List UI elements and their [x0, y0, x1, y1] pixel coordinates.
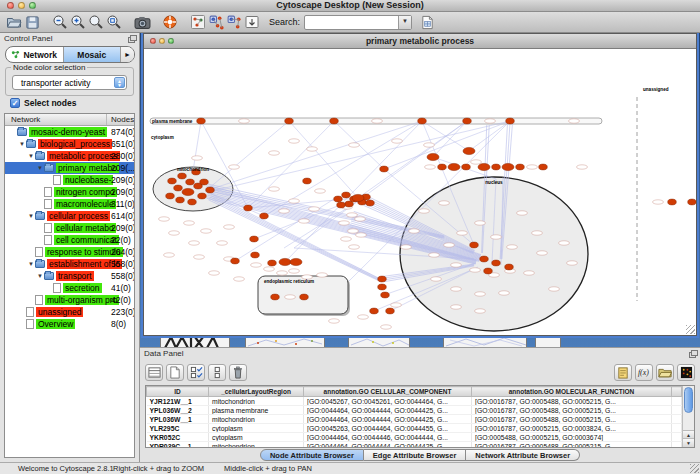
table-column-header[interactable]: ID [147, 387, 209, 397]
status-welcome: Welcome to Cytoscape 2.8.1 [18, 464, 114, 473]
folder-icon [35, 212, 45, 220]
window-resize-grip-icon[interactable] [690, 464, 699, 473]
tree-item-count: 651(0) [111, 139, 134, 149]
delete-attribute-icon[interactable] [229, 364, 247, 381]
window-titlebar: Cytoscape Desktop (New Session) [0, 0, 700, 12]
table-scrollbar[interactable]: ▲ ▼ [682, 386, 694, 447]
import-attributes-icon[interactable] [656, 364, 674, 381]
svg-text:plasma membrane: plasma membrane [152, 119, 193, 124]
search-label: Search: [269, 17, 300, 27]
new-attribute-icon[interactable] [166, 364, 184, 381]
tree-item[interactable]: ▼primary metabo209(... [5, 162, 134, 174]
tree-item[interactable]: ▼transport558(0) [5, 270, 134, 282]
formula-builder-icon[interactable]: f(x) [635, 364, 653, 381]
unselect-all-attributes-icon[interactable] [208, 364, 226, 381]
table-column-header[interactable]: annotation.GO MOLECULAR_FUNCTION [472, 387, 672, 397]
network-tree-rows: mosaic-demo-yeast874(0)▼biological_proce… [5, 126, 134, 330]
table-row[interactable]: YPL036W__2plasma membrane[GO:0044464, GO… [147, 406, 682, 415]
attribute-table[interactable]: ID_cellularLayoutRegionannotation.GO CEL… [146, 386, 682, 448]
folder-icon [44, 164, 54, 172]
attribute-browser-tabs: Node Attribute Browser Edge Attribute Br… [140, 449, 700, 461]
tree-item-label: nitrogen compo [54, 187, 117, 197]
scrollbar-thumb[interactable] [684, 387, 693, 413]
select-attributes-icon[interactable] [145, 364, 163, 381]
tree-item[interactable]: nucleobase-209(0) [5, 174, 134, 186]
tree-item-label: cellular process [47, 211, 110, 221]
tree-item[interactable]: unassigned223(0) [5, 306, 134, 318]
tab-overflow-arrow-icon[interactable]: ► [120, 47, 134, 62]
frame-close-button[interactable] [150, 38, 156, 44]
zoom-fit-icon[interactable] [105, 13, 123, 31]
network-graph[interactable]: plasma membranecytoplasmmitochondrionnuc… [144, 49, 696, 335]
tab-network-attribute-browser[interactable]: Network Attribute Browser [466, 449, 580, 461]
open-file-icon[interactable] [5, 13, 23, 31]
tree-item[interactable]: ▼metabolic process280(0) [5, 150, 134, 162]
network-canvas[interactable]: plasma membranecytoplasmmitochondrionnuc… [144, 49, 696, 335]
network-tree: Network Nodes mosaic-demo-yeast874(0)▼bi… [4, 113, 135, 458]
search-config-icon[interactable] [418, 13, 436, 31]
tree-item[interactable]: secretion41(0) [5, 282, 134, 294]
manual-layout-icon[interactable] [243, 13, 261, 31]
tree-item[interactable]: ▼establishment of lo558(0) [5, 258, 134, 270]
select-all-attributes-icon[interactable] [187, 364, 205, 381]
zoom-window-button[interactable] [29, 2, 36, 9]
tree-item[interactable]: mosaic-demo-yeast874(0) [5, 126, 134, 138]
help-icon[interactable] [161, 13, 179, 31]
matrix-icon[interactable] [677, 364, 695, 381]
tree-item[interactable]: response to stimulu264(0) [5, 246, 134, 258]
zoom-out-icon[interactable] [51, 13, 69, 31]
tree-item[interactable]: cell communicat22(0) [5, 234, 134, 246]
tab-mosaic[interactable]: Mosaic [64, 47, 121, 62]
tab-edge-attribute-browser[interactable]: Edge Attribute Browser [364, 449, 466, 461]
close-button[interactable] [7, 2, 14, 9]
search-input[interactable]: ▼ [304, 15, 412, 30]
table-column-header[interactable]: annotation.GO CELLULAR_COMPONENT [304, 387, 472, 397]
table-row[interactable]: YLR295Ccytoplasm[GO:0045263, GO:0044464,… [147, 424, 682, 433]
table-row[interactable]: YPL036W__1mitochondrion[GO:0044464, GO:0… [147, 415, 682, 424]
label-icon[interactable] [614, 364, 632, 381]
expand-arrow-icon[interactable]: ▼ [27, 261, 35, 267]
network-overview-icon[interactable] [189, 13, 207, 31]
layout-b-icon[interactable] [225, 13, 243, 31]
expand-arrow-icon[interactable]: ▼ [36, 273, 44, 279]
expand-arrow-icon[interactable]: ▼ [18, 141, 26, 147]
frame-resize-grip-icon[interactable] [686, 325, 695, 334]
tree-item[interactable]: cellular metabo209(0) [5, 222, 134, 234]
save-icon[interactable] [23, 13, 41, 31]
search-dropdown-icon[interactable]: ▼ [398, 16, 411, 29]
svg-text:f(x): f(x) [638, 368, 649, 377]
frame-minimize-button[interactable] [159, 38, 165, 44]
tab-node-attribute-browser[interactable]: Node Attribute Browser [260, 449, 364, 461]
zoom-in-icon[interactable] [69, 13, 87, 31]
tree-item-count: 264(0) [111, 247, 134, 257]
table-column-header[interactable]: _cellularLayoutRegion [209, 387, 304, 397]
tree-item[interactable]: Overview8(0) [5, 318, 134, 330]
float-panel-icon[interactable] [689, 350, 697, 357]
tree-item-count: 223(0) [111, 307, 134, 317]
expand-arrow-icon[interactable]: ▼ [27, 213, 35, 219]
tree-item-label: macromolecule [54, 199, 116, 209]
network-frame-titlebar[interactable]: primary metabolic process [144, 34, 696, 49]
float-panel-icon[interactable] [128, 35, 136, 42]
frame-zoom-button[interactable] [168, 38, 174, 44]
select-nodes-checkbox[interactable]: ✓ [10, 98, 20, 108]
tree-item[interactable]: nitrogen compo209(0) [5, 186, 134, 198]
dropdown-stepper-icon[interactable]: ▲▼ [114, 77, 125, 88]
table-row[interactable]: YJR121W__1mitochondrion[GO:0045267, GO:0… [147, 397, 682, 406]
control-panel-title: Control Panel [4, 34, 52, 43]
tree-item[interactable]: ▼cellular process614(0) [5, 210, 134, 222]
tab-network[interactable]: Network [6, 47, 64, 62]
expand-arrow-icon[interactable]: ▼ [36, 165, 44, 171]
scroll-down-icon[interactable]: ▼ [683, 438, 694, 447]
node-color-dropdown[interactable]: transporter activity ▲▼ [12, 75, 127, 90]
minimize-button[interactable] [18, 2, 25, 9]
zoom-selected-icon[interactable] [87, 13, 105, 31]
tree-item[interactable]: ▼biological_process651(0) [5, 138, 134, 150]
layout-a-icon[interactable] [207, 13, 225, 31]
tree-item[interactable]: macromolecule311(0) [5, 198, 134, 210]
expand-arrow-icon[interactable]: ▼ [27, 153, 35, 159]
table-row[interactable]: YKR052Ccytoplasm[GO:0044464, GO:0044446,… [147, 433, 682, 442]
tree-item[interactable]: multi-organism pro42(0) [5, 294, 134, 306]
snapshot-icon[interactable] [133, 13, 151, 31]
table-row[interactable]: YDR039C__1mitochondrion[GO:0044464, GO:0… [147, 442, 682, 449]
